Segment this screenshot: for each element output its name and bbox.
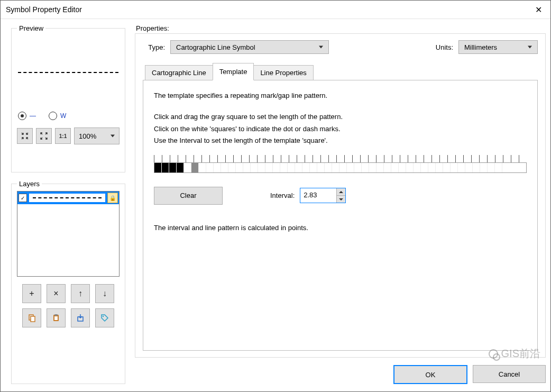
pattern-cell[interactable] bbox=[451, 163, 458, 172]
tag-icon bbox=[100, 314, 109, 322]
pattern-row[interactable] bbox=[154, 162, 527, 173]
arrows-in-icon bbox=[21, 132, 29, 140]
tabstrip: Cartographic Line Template Line Properti… bbox=[143, 62, 538, 80]
clear-button[interactable]: Clear bbox=[154, 187, 223, 205]
zoom-fit-button[interactable] bbox=[17, 128, 33, 144]
pattern-cell[interactable] bbox=[310, 163, 317, 172]
pattern-cell[interactable] bbox=[391, 163, 399, 172]
pattern-cell[interactable] bbox=[317, 163, 325, 172]
close-icon[interactable]: ✕ bbox=[526, 1, 550, 19]
pattern-cell[interactable] bbox=[354, 163, 362, 172]
pattern-cell[interactable] bbox=[473, 163, 480, 172]
paste-layer-button[interactable] bbox=[47, 308, 66, 327]
cancel-button[interactable]: Cancel bbox=[473, 365, 546, 383]
spinner-down-button[interactable] bbox=[337, 196, 345, 203]
pattern-cell[interactable] bbox=[347, 163, 354, 172]
pattern-cell[interactable] bbox=[465, 163, 473, 172]
radio-dot-icon bbox=[49, 112, 57, 120]
interval-input[interactable] bbox=[300, 188, 336, 201]
pattern-cell[interactable] bbox=[436, 163, 443, 172]
move-down-button[interactable]: ↓ bbox=[95, 284, 114, 303]
preview-group: Preview — W bbox=[11, 24, 125, 172]
tag-layer-button[interactable] bbox=[95, 308, 114, 327]
layer-swatch bbox=[29, 194, 105, 202]
pattern-cell[interactable] bbox=[221, 163, 228, 172]
pattern-cell[interactable] bbox=[295, 163, 302, 172]
pattern-cell[interactable] bbox=[302, 163, 310, 172]
pattern-cell[interactable] bbox=[199, 163, 206, 172]
pattern-cell[interactable] bbox=[376, 163, 384, 172]
pattern-cell[interactable] bbox=[384, 163, 391, 172]
layer-lock-icon[interactable]: 🔒 bbox=[107, 193, 118, 203]
pattern-cell[interactable] bbox=[488, 163, 495, 172]
layers-legend: Layers bbox=[17, 180, 42, 188]
line-glyph-icon: — bbox=[30, 112, 36, 120]
type-select[interactable]: Cartographic Line Symbol bbox=[170, 40, 329, 54]
zigzag-glyph-icon: W bbox=[60, 112, 65, 120]
pattern-editor[interactable]: /*ticks generated below*/ bbox=[154, 153, 527, 173]
pattern-cell[interactable] bbox=[414, 163, 421, 172]
ok-button[interactable]: OK bbox=[393, 365, 467, 384]
pattern-cell[interactable] bbox=[332, 163, 339, 172]
pattern-cell[interactable] bbox=[214, 163, 221, 172]
add-layer-button[interactable]: + bbox=[22, 284, 41, 303]
pattern-cell[interactable] bbox=[169, 163, 177, 172]
pattern-cell[interactable] bbox=[325, 163, 332, 172]
pattern-cell[interactable] bbox=[339, 163, 347, 172]
preview-toolbar: 1:1 100% bbox=[17, 127, 120, 144]
copy-layer-button[interactable] bbox=[22, 308, 41, 327]
svg-point-6 bbox=[103, 316, 104, 317]
pattern-cell[interactable] bbox=[458, 163, 465, 172]
pattern-cell[interactable] bbox=[184, 163, 191, 172]
window-title: Symbol Property Editor bbox=[6, 5, 526, 14]
pattern-cell[interactable] bbox=[280, 163, 288, 172]
pattern-cell[interactable] bbox=[251, 163, 258, 172]
tabs: Cartographic Line Template Line Properti… bbox=[143, 62, 538, 351]
pattern-cell[interactable] bbox=[154, 163, 162, 172]
layer-visibility-checkbox[interactable]: ✓ bbox=[19, 194, 27, 202]
pattern-cell[interactable] bbox=[480, 163, 488, 172]
preview-canvas bbox=[17, 35, 120, 110]
pattern-cell[interactable] bbox=[228, 163, 236, 172]
pattern-cell[interactable] bbox=[288, 163, 295, 172]
move-up-button[interactable]: ↑ bbox=[71, 284, 90, 303]
tab-cartographic-line[interactable]: Cartographic Line bbox=[145, 65, 213, 80]
pattern-cell[interactable] bbox=[273, 163, 280, 172]
import-layer-button[interactable] bbox=[71, 308, 90, 327]
pattern-cell[interactable] bbox=[162, 163, 169, 172]
pattern-cell[interactable] bbox=[406, 163, 414, 172]
layer-row[interactable]: ✓ 🔒 bbox=[17, 192, 119, 205]
pattern-cell[interactable] bbox=[258, 163, 265, 172]
layer-list[interactable]: ✓ 🔒 bbox=[17, 191, 120, 277]
pattern-cell[interactable] bbox=[177, 163, 184, 172]
zoom-actual-button[interactable]: 1:1 bbox=[55, 128, 71, 144]
zoom-full-button[interactable] bbox=[36, 128, 52, 144]
pattern-cell[interactable] bbox=[443, 163, 451, 172]
pattern-cell[interactable] bbox=[495, 163, 502, 172]
interval-spinner[interactable] bbox=[300, 188, 346, 203]
pattern-cell[interactable] bbox=[265, 163, 273, 172]
import-icon bbox=[76, 314, 85, 322]
pattern-cell[interactable] bbox=[236, 163, 243, 172]
pattern-cell[interactable] bbox=[191, 163, 199, 172]
units-select[interactable]: Millimeters bbox=[458, 40, 538, 54]
radio-zigzag-mode[interactable]: W bbox=[49, 112, 65, 120]
tab-template[interactable]: Template bbox=[213, 63, 254, 80]
spinner-up-button[interactable] bbox=[337, 188, 345, 196]
pattern-ruler: /*ticks generated below*/ bbox=[154, 153, 527, 162]
radio-dot-icon bbox=[18, 112, 26, 120]
desc-line-2: Click and drag the gray square to set th… bbox=[154, 112, 527, 122]
tab-line-properties[interactable]: Line Properties bbox=[253, 65, 313, 80]
pattern-cell[interactable] bbox=[421, 163, 428, 172]
pattern-cell[interactable] bbox=[362, 163, 369, 172]
pattern-cell[interactable] bbox=[428, 163, 436, 172]
zoom-select[interactable]: 100% bbox=[74, 127, 120, 144]
remove-layer-button[interactable]: × bbox=[47, 284, 66, 303]
radio-line-mode[interactable]: — bbox=[18, 112, 36, 120]
clear-label: Clear bbox=[180, 192, 196, 199]
pattern-cell[interactable] bbox=[399, 163, 406, 172]
pattern-cell[interactable] bbox=[206, 163, 214, 172]
plus-icon: + bbox=[29, 289, 34, 298]
pattern-cell[interactable] bbox=[369, 163, 376, 172]
pattern-cell[interactable] bbox=[243, 163, 251, 172]
